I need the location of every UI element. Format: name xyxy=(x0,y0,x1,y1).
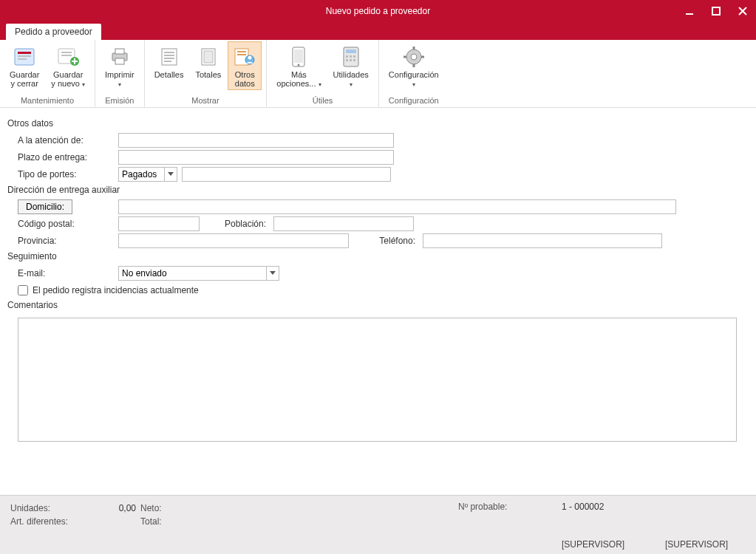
chevron-down-icon: ▾ xyxy=(319,81,321,88)
section-title-direccion: Dirección de entrega auxiliar xyxy=(7,185,749,195)
gear-icon xyxy=(403,46,425,68)
svg-rect-33 xyxy=(346,59,348,61)
portes-label: Tipo de portes: xyxy=(7,169,118,179)
svg-rect-12 xyxy=(115,58,124,64)
mas-opciones-button[interactable]: Másopciones... ▾ xyxy=(271,41,326,90)
domicilio-button[interactable]: Domicilio: xyxy=(18,199,72,214)
provincia-input[interactable] xyxy=(118,233,349,248)
chevron-down-icon xyxy=(168,172,174,177)
section-title-comentarios: Comentarios xyxy=(7,300,749,310)
svg-rect-19 xyxy=(204,51,213,63)
svg-rect-22 xyxy=(237,54,246,55)
supervisor-1: [SUPERVISOR] xyxy=(562,539,624,550)
ribbon-group-label: Mostrar xyxy=(149,96,262,107)
email-combo[interactable] xyxy=(118,266,279,281)
ribbon-group-label: Configuración xyxy=(384,96,444,107)
maximize-button[interactable] xyxy=(703,0,729,22)
svg-rect-4 xyxy=(18,55,31,57)
chevron-down-icon: ▾ xyxy=(350,81,353,88)
incidencias-checkbox[interactable] xyxy=(18,285,28,295)
svg-rect-0 xyxy=(686,13,693,15)
otros-datos-button[interactable]: Otrosdatos xyxy=(228,41,262,90)
detalles-button[interactable]: Detalles xyxy=(149,41,189,81)
portes-extra-input[interactable] xyxy=(182,167,391,182)
other-data-icon xyxy=(234,47,256,67)
minimize-icon xyxy=(685,7,694,16)
poblacion-label: Población: xyxy=(200,219,273,229)
email-combo-button[interactable] xyxy=(266,266,279,281)
incidencias-checkbox-row[interactable]: El pedido registra incidencias actualmen… xyxy=(7,285,749,295)
svg-rect-35 xyxy=(353,59,355,61)
ribbon-group-configuracion: Configuración▾ Configuración xyxy=(379,40,449,107)
svg-rect-8 xyxy=(61,55,72,56)
ribbon-group-emision: Imprimir▾ Emisión xyxy=(95,40,145,107)
svg-point-24 xyxy=(248,56,252,60)
svg-point-37 xyxy=(411,54,417,60)
probable-value: 1 - 000002 xyxy=(562,502,604,512)
incidencias-label: El pedido registra incidencias actualmen… xyxy=(33,285,199,295)
plazo-label: Plazo de entrega: xyxy=(7,152,118,163)
supervisor-2: [SUPERVISOR] xyxy=(665,539,728,550)
svg-rect-17 xyxy=(164,61,171,62)
chevron-down-icon: ▾ xyxy=(118,81,121,88)
unidades-value: 0,00 xyxy=(92,503,136,513)
poblacion-input[interactable] xyxy=(273,216,414,231)
titlebar: Nuevo pedido a proveedor xyxy=(0,0,756,22)
tabbar: Pedido a proveedor xyxy=(0,22,756,40)
unidades-label: Unidades: xyxy=(10,503,92,513)
ribbon-group-label: Mantenimiento xyxy=(4,96,90,107)
atencion-input[interactable] xyxy=(118,133,394,148)
atencion-label: A la atención de: xyxy=(7,135,118,146)
portes-combo-button[interactable] xyxy=(164,167,177,182)
calculator-icon xyxy=(341,46,361,68)
svg-rect-11 xyxy=(115,49,124,54)
section-title-seguimiento: Seguimiento xyxy=(7,251,749,261)
content-area: Otros datos A la atención de: Plazo de e… xyxy=(0,108,756,495)
portes-combo-input[interactable] xyxy=(118,167,164,182)
ribbon-group-utiles: Másopciones... ▾ Utilidades▾ Útiles xyxy=(267,40,379,107)
svg-rect-34 xyxy=(350,59,352,61)
utilidades-button[interactable]: Utilidades▾ xyxy=(328,41,374,90)
section-title-otros-datos: Otros datos xyxy=(7,118,749,129)
imprimir-button[interactable]: Imprimir▾ xyxy=(100,41,140,90)
telefono-input[interactable] xyxy=(423,233,662,248)
close-icon xyxy=(738,7,747,16)
save-close-icon xyxy=(13,47,36,67)
portes-combo[interactable] xyxy=(118,167,177,182)
cp-input[interactable] xyxy=(118,216,200,231)
guardar-cerrar-button[interactable]: Guardary cerrar xyxy=(4,41,44,90)
svg-rect-7 xyxy=(61,52,72,53)
probable-label: Nº probable: xyxy=(458,502,507,512)
svg-rect-31 xyxy=(350,55,352,58)
close-button[interactable] xyxy=(729,0,756,22)
ribbon-group-mantenimiento: Guardary cerrar Guardary nuevo ▾ Manteni… xyxy=(0,40,95,107)
minimize-button[interactable] xyxy=(676,0,703,22)
svg-rect-16 xyxy=(164,58,174,59)
window-controls xyxy=(676,0,756,22)
tab-pedido-proveedor[interactable]: Pedido a proveedor xyxy=(6,24,101,40)
guardar-nuevo-button[interactable]: Guardary nuevo ▾ xyxy=(46,41,90,90)
svg-rect-5 xyxy=(18,58,27,60)
email-label: E-mail: xyxy=(7,268,118,278)
configuracion-button[interactable]: Configuración▾ xyxy=(384,41,444,90)
svg-rect-21 xyxy=(237,51,246,52)
window-title: Nuevo pedido a proveedor xyxy=(326,6,430,16)
domicilio-input[interactable] xyxy=(118,199,676,214)
neto-label: Neto: xyxy=(136,503,162,513)
email-combo-input[interactable] xyxy=(118,266,266,281)
totales-button[interactable]: Totales xyxy=(190,41,226,81)
svg-rect-13 xyxy=(162,49,177,65)
save-new-icon xyxy=(56,47,80,67)
status-footer: Unidades: 0,00 Neto: Art. diferentes: To… xyxy=(0,495,756,554)
svg-rect-30 xyxy=(346,55,348,58)
plazo-input[interactable] xyxy=(118,150,394,165)
telefono-label: Teléfono: xyxy=(349,236,423,246)
svg-rect-32 xyxy=(353,55,355,58)
svg-rect-14 xyxy=(164,52,174,53)
svg-rect-3 xyxy=(18,52,31,54)
cp-label: Código postal: xyxy=(7,219,118,229)
comentarios-textarea[interactable] xyxy=(18,318,737,442)
ribbon-group-label: Emisión xyxy=(100,96,140,107)
phone-icon xyxy=(290,46,307,68)
provincia-label: Provincia: xyxy=(7,236,118,246)
